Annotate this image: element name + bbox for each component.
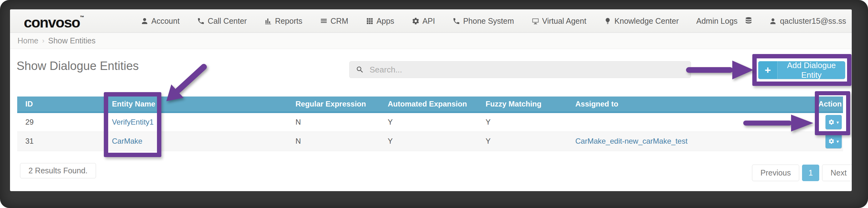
- entities-table: ID Entity Name Regular Expression Automa…: [17, 97, 843, 151]
- nav-menu: Account Call Center Reports CRM Apps: [141, 9, 738, 33]
- app-window: convoso™ Account Call Center Reports CRM: [10, 9, 852, 191]
- phone-icon: [197, 17, 205, 25]
- nav-item-apps[interactable]: Apps: [366, 16, 394, 26]
- lightbulb-icon: [604, 17, 612, 25]
- nav-item-api[interactable]: API: [412, 16, 435, 26]
- col-header-automated-expansion[interactable]: Automated Expansion: [380, 97, 477, 112]
- breadcrumb-current: Show Entities: [48, 36, 95, 45]
- assigned-to-link[interactable]: CarMake_edit-new_carMake_test: [575, 137, 688, 145]
- pagination-previous-button[interactable]: Previous: [752, 165, 799, 181]
- convoso-logo[interactable]: convoso™: [24, 14, 84, 31]
- add-button-label: Add Dialogue Entity: [778, 61, 845, 79]
- grid-icon: [366, 17, 374, 25]
- user-icon: [141, 17, 149, 25]
- nav-item-label: Account: [151, 16, 180, 26]
- nav-item-label: Call Center: [208, 16, 247, 26]
- cell-regular-expression: N: [287, 132, 380, 151]
- nav-item-label: Knowledge Center: [614, 16, 679, 26]
- col-header-fuzzy-matching[interactable]: Fuzzy Matching: [477, 97, 567, 112]
- navbar-right: qacluster15@ss.ss: [744, 9, 846, 33]
- cell-automated-expansion: Y: [380, 112, 477, 132]
- nav-item-reports[interactable]: Reports: [264, 16, 302, 26]
- plus-icon: +: [758, 61, 778, 79]
- add-dialogue-entity-button[interactable]: + Add Dialogue Entity: [758, 61, 845, 79]
- table-row: 31 CarMake N Y Y CarMake_edit-new_carMak…: [17, 132, 843, 151]
- gear-icon: [828, 138, 835, 144]
- nav-item-call-center[interactable]: Call Center: [197, 16, 247, 26]
- nav-item-phone-system[interactable]: Phone System: [453, 16, 514, 26]
- logo-trademark: ™: [80, 15, 84, 20]
- nav-item-label: Apps: [376, 16, 394, 26]
- cell-regular-expression: N: [287, 112, 380, 132]
- nav-item-label: Virtual Agent: [542, 16, 586, 26]
- entity-name-link[interactable]: VerifyEntity1: [112, 118, 154, 126]
- col-header-regular-expression[interactable]: Regular Expression: [287, 97, 380, 112]
- phone-icon: [453, 17, 460, 25]
- nav-item-crm[interactable]: CRM: [320, 16, 348, 26]
- list-icon: [320, 17, 328, 25]
- caret-down-icon: ▾: [836, 120, 839, 125]
- pagination: Previous 1 Next: [752, 165, 852, 181]
- breadcrumb: Home › Show Entities: [10, 33, 852, 49]
- pagination-next-button[interactable]: Next: [822, 165, 852, 181]
- cell-id: 31: [17, 132, 104, 151]
- gear-icon: [828, 119, 835, 125]
- search-box: [349, 61, 691, 78]
- nav-item-label: Phone System: [463, 16, 514, 26]
- row-action-dropdown-button[interactable]: ▾: [826, 134, 842, 148]
- cell-id: 29: [17, 112, 104, 132]
- col-header-entity-name[interactable]: Entity Name: [104, 97, 287, 112]
- col-header-id[interactable]: ID: [17, 97, 104, 112]
- nav-item-label: CRM: [331, 16, 348, 26]
- pagination-current-page[interactable]: 1: [802, 165, 819, 181]
- nav-item-knowledge-center[interactable]: Knowledge Center: [604, 16, 679, 26]
- nav-item-label: API: [423, 16, 435, 26]
- search-icon: [356, 66, 364, 74]
- table-header-row: ID Entity Name Regular Expression Automa…: [17, 97, 843, 112]
- row-action-dropdown-button[interactable]: ▾: [826, 115, 842, 129]
- database-icon[interactable]: [744, 16, 753, 26]
- monitor-icon: [532, 17, 539, 25]
- screenshot-root: convoso™ Account Call Center Reports CRM: [0, 0, 868, 208]
- nav-item-label: Reports: [275, 16, 302, 26]
- col-header-action: Action: [812, 97, 843, 112]
- nav-item-virtual-agent[interactable]: Virtual Agent: [532, 16, 586, 26]
- cell-fuzzy-matching: Y: [477, 132, 567, 151]
- search-input[interactable]: [369, 65, 684, 75]
- user-account-menu[interactable]: qacluster15@ss.ss: [769, 16, 846, 26]
- bar-chart-icon: [264, 17, 272, 25]
- table-row: 29 VerifyEntity1 N Y Y ▾: [17, 112, 843, 132]
- user-icon: [769, 18, 777, 25]
- annotation-arrow-add-button: [685, 60, 755, 80]
- logo-text: convoso: [24, 14, 80, 31]
- cell-assigned-to: [567, 112, 812, 132]
- caret-down-icon: ▾: [836, 139, 839, 144]
- results-count: 2 Results Found.: [20, 163, 96, 178]
- page-title: Show Dialogue Entities: [17, 59, 139, 73]
- nav-item-admin-logs[interactable]: Admin Logs: [696, 16, 738, 26]
- breadcrumb-home-link[interactable]: Home: [18, 36, 38, 45]
- user-email: qacluster15@ss.ss: [780, 16, 846, 26]
- cell-automated-expansion: Y: [380, 132, 477, 151]
- nav-item-account[interactable]: Account: [141, 16, 180, 26]
- cell-fuzzy-matching: Y: [477, 112, 567, 132]
- col-header-assigned-to[interactable]: Assigned to: [567, 97, 812, 112]
- breadcrumb-separator: ›: [42, 37, 44, 45]
- top-navbar: convoso™ Account Call Center Reports CRM: [10, 9, 852, 33]
- nav-item-label: Admin Logs: [696, 16, 738, 26]
- gear-icon: [412, 17, 420, 25]
- entity-name-link[interactable]: CarMake: [112, 137, 142, 145]
